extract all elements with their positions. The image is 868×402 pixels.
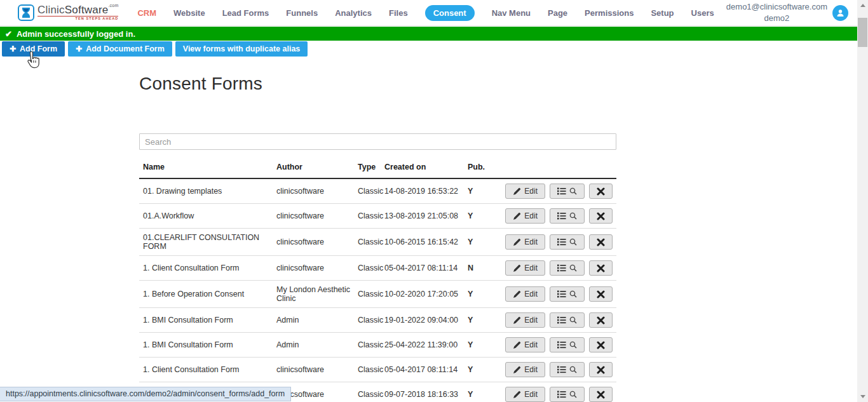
view-questions-button[interactable] [550,184,585,199]
form-type-cell: Classic [358,229,384,256]
form-type-cell: Classic [358,281,384,308]
clinicsoftware-logo[interactable]: ClinicSoftware.com TEN STEPS AHEAD [18,4,118,21]
user-icon [836,8,845,18]
form-created-cell: 19-01-2022 09:04:00 [384,308,468,333]
list-icon [557,391,566,398]
view-questions-button[interactable] [550,260,585,276]
nav-item-lead-forms[interactable]: Lead Forms [222,8,269,18]
form-pub-cell: Y [468,204,499,229]
edit-form-button[interactable]: Edit [505,234,545,250]
form-actions-cell: Edit [499,204,616,229]
edit-form-button[interactable]: Edit [505,312,545,328]
close-icon [597,212,605,220]
nav-item-crm[interactable]: CRM [137,8,156,18]
edit-form-button[interactable]: Edit [505,184,545,199]
delete-form-button[interactable] [589,387,613,402]
column-header-created-on[interactable]: Created on [384,156,468,178]
nav-item-files[interactable]: Files [389,8,408,18]
form-type-cell: Classic [358,308,384,333]
success-banner: ✔ Admin successfully logged in. [0,27,857,41]
magnifier-icon [569,391,577,398]
brand-tld: .com [108,3,118,8]
edit-form-button[interactable]: Edit [505,362,545,377]
status-url-tooltip: https://appointments.clinicsoftware.com/… [0,387,291,401]
edit-form-button[interactable]: Edit [505,208,545,224]
delete-form-button[interactable] [589,184,613,199]
form-author-cell: Admin [276,333,358,358]
brand-tagline: TEN STEPS AHEAD [37,16,118,21]
delete-form-button[interactable] [589,234,613,250]
nav-item-page[interactable]: Page [548,8,567,18]
pencil-icon [513,341,521,349]
clinicsoftware-app: ClinicSoftware.com TEN STEPS AHEAD CRMWe… [0,0,868,402]
user-account: demo2 [726,13,827,24]
view-questions-button[interactable] [550,387,585,402]
form-type-cell: Classic [358,333,384,358]
form-name-cell: 01.A.Workflow [139,204,276,229]
form-pub-cell: Y [468,333,499,358]
add-document-form-label: Add Document Form [86,44,165,53]
vertical-scrollbar[interactable] [857,0,868,402]
pencil-icon [513,238,521,246]
list-icon [557,238,566,246]
view-questions-button[interactable] [550,362,585,377]
view-duplicate-alias-button[interactable]: View forms with duplicate alias [175,41,308,57]
nav-item-users[interactable]: Users [691,8,714,18]
form-name-cell: 1. Client Consultation Form [139,358,276,382]
list-icon [557,187,566,195]
edit-form-button[interactable]: Edit [505,387,545,402]
form-type-cell: Classic [358,204,384,229]
edit-label: Edit [524,290,538,298]
close-icon [597,264,605,272]
user-block[interactable]: demo1@clinicsoftware.com demo2 [726,1,848,23]
form-name-cell: 1. Before Operation Consent [139,281,276,308]
table-row: 01. Drawing templatesclinicsoftwareClass… [139,178,616,204]
edit-label: Edit [524,316,538,325]
form-pub-cell: Y [468,382,499,402]
delete-form-button[interactable] [589,312,613,328]
magnifier-icon [569,212,577,220]
nav-item-setup[interactable]: Setup [651,8,674,18]
edit-form-button[interactable]: Edit [505,337,545,352]
column-header-type[interactable]: Type [358,156,384,178]
nav-item-funnels[interactable]: Funnels [286,8,318,18]
edit-form-button[interactable]: Edit [505,286,545,302]
view-questions-button[interactable] [550,312,585,328]
toolbar: ✚ Add Form ✚ Add Document Form View form… [2,41,308,57]
form-created-cell: 05-04-2017 08:11:14 [384,256,468,281]
scrollbar-thumb[interactable] [858,18,867,47]
delete-form-button[interactable] [589,286,613,302]
nav-item-consent[interactable]: Consent [425,5,475,21]
add-document-form-button[interactable]: ✚ Add Document Form [68,41,172,57]
search-input[interactable] [139,133,616,150]
banner-message: Admin successfully logged in. [17,29,135,39]
delete-form-button[interactable] [589,362,613,377]
view-questions-button[interactable] [550,234,585,250]
column-header-author[interactable]: Author [276,156,358,178]
close-icon [597,391,605,399]
column-header-actions [499,156,616,178]
view-questions-button[interactable] [550,337,585,352]
edit-form-button[interactable]: Edit [505,260,545,276]
delete-form-button[interactable] [589,208,613,224]
column-header-name[interactable]: Name [139,156,276,178]
delete-form-button[interactable] [589,337,613,352]
view-questions-button[interactable] [550,208,585,224]
nav-item-nav-menu[interactable]: Nav Menu [492,8,531,18]
delete-form-button[interactable] [589,260,613,276]
nav-item-website[interactable]: Website [173,8,205,18]
nav-item-permissions[interactable]: Permissions [585,8,634,18]
magnifier-icon [569,366,577,373]
avatar[interactable] [832,5,848,21]
scroll-down-icon [860,395,865,398]
form-name-cell: 1. BMI Consultation Form [139,308,276,333]
nav-item-analytics[interactable]: Analytics [335,8,372,18]
close-icon [597,238,605,246]
scroll-up-button[interactable] [857,0,868,11]
table-row: 1. BMI Consultation FormAdminClassic19-0… [139,308,616,333]
add-form-button[interactable]: ✚ Add Form [2,41,65,57]
view-questions-button[interactable] [550,286,585,302]
column-header-pub[interactable]: Pub. [468,156,499,178]
scroll-down-button[interactable] [857,391,868,402]
main-nav: CRMWebsiteLead FormsFunnelsAnalyticsFile… [137,5,714,21]
